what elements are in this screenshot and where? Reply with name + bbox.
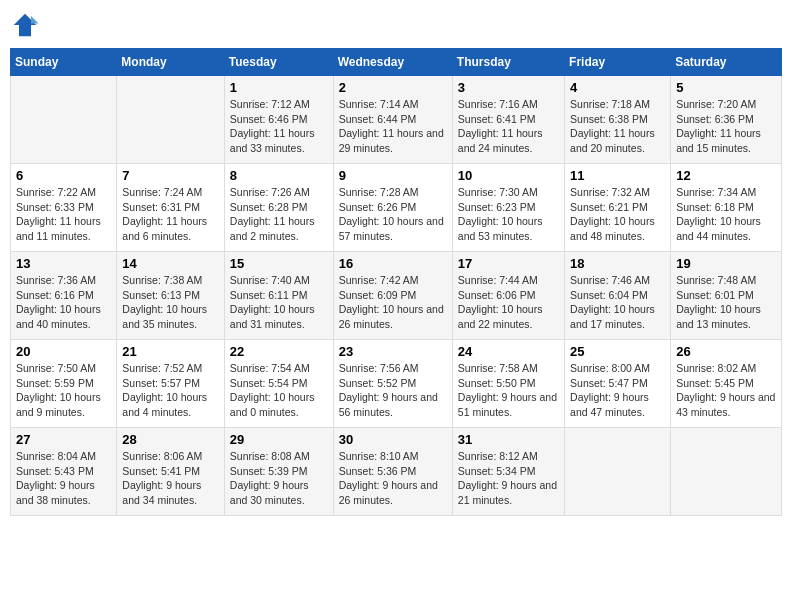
day-number: 1 bbox=[230, 80, 328, 95]
day-number: 24 bbox=[458, 344, 559, 359]
day-cell: 14 Sunrise: 7:38 AMSunset: 6:13 PMDaylig… bbox=[117, 252, 224, 340]
day-cell: 19 Sunrise: 7:48 AMSunset: 6:01 PMDaylig… bbox=[671, 252, 782, 340]
day-cell: 27 Sunrise: 8:04 AMSunset: 5:43 PMDaylig… bbox=[11, 428, 117, 516]
day-info: Sunrise: 8:08 AMSunset: 5:39 PMDaylight:… bbox=[230, 449, 328, 508]
day-number: 23 bbox=[339, 344, 447, 359]
day-info: Sunrise: 8:12 AMSunset: 5:34 PMDaylight:… bbox=[458, 449, 559, 508]
day-cell: 31 Sunrise: 8:12 AMSunset: 5:34 PMDaylig… bbox=[452, 428, 564, 516]
day-cell: 29 Sunrise: 8:08 AMSunset: 5:39 PMDaylig… bbox=[224, 428, 333, 516]
day-number: 22 bbox=[230, 344, 328, 359]
week-row-3: 13 Sunrise: 7:36 AMSunset: 6:16 PMDaylig… bbox=[11, 252, 782, 340]
day-number: 28 bbox=[122, 432, 218, 447]
day-cell: 26 Sunrise: 8:02 AMSunset: 5:45 PMDaylig… bbox=[671, 340, 782, 428]
column-header-tuesday: Tuesday bbox=[224, 49, 333, 76]
day-info: Sunrise: 7:24 AMSunset: 6:31 PMDaylight:… bbox=[122, 185, 218, 244]
logo-icon bbox=[10, 10, 40, 40]
day-number: 25 bbox=[570, 344, 665, 359]
day-info: Sunrise: 7:32 AMSunset: 6:21 PMDaylight:… bbox=[570, 185, 665, 244]
day-cell: 22 Sunrise: 7:54 AMSunset: 5:54 PMDaylig… bbox=[224, 340, 333, 428]
day-info: Sunrise: 7:48 AMSunset: 6:01 PMDaylight:… bbox=[676, 273, 776, 332]
day-number: 12 bbox=[676, 168, 776, 183]
day-cell: 11 Sunrise: 7:32 AMSunset: 6:21 PMDaylig… bbox=[565, 164, 671, 252]
day-info: Sunrise: 7:40 AMSunset: 6:11 PMDaylight:… bbox=[230, 273, 328, 332]
day-number: 19 bbox=[676, 256, 776, 271]
day-cell: 21 Sunrise: 7:52 AMSunset: 5:57 PMDaylig… bbox=[117, 340, 224, 428]
day-cell: 23 Sunrise: 7:56 AMSunset: 5:52 PMDaylig… bbox=[333, 340, 452, 428]
day-cell: 17 Sunrise: 7:44 AMSunset: 6:06 PMDaylig… bbox=[452, 252, 564, 340]
day-info: Sunrise: 7:20 AMSunset: 6:36 PMDaylight:… bbox=[676, 97, 776, 156]
day-number: 20 bbox=[16, 344, 111, 359]
week-row-1: 1 Sunrise: 7:12 AMSunset: 6:46 PMDayligh… bbox=[11, 76, 782, 164]
week-row-2: 6 Sunrise: 7:22 AMSunset: 6:33 PMDayligh… bbox=[11, 164, 782, 252]
day-info: Sunrise: 7:30 AMSunset: 6:23 PMDaylight:… bbox=[458, 185, 559, 244]
day-cell: 24 Sunrise: 7:58 AMSunset: 5:50 PMDaylig… bbox=[452, 340, 564, 428]
day-info: Sunrise: 8:04 AMSunset: 5:43 PMDaylight:… bbox=[16, 449, 111, 508]
day-cell: 16 Sunrise: 7:42 AMSunset: 6:09 PMDaylig… bbox=[333, 252, 452, 340]
svg-marker-0 bbox=[14, 14, 37, 37]
day-cell: 28 Sunrise: 8:06 AMSunset: 5:41 PMDaylig… bbox=[117, 428, 224, 516]
day-info: Sunrise: 7:54 AMSunset: 5:54 PMDaylight:… bbox=[230, 361, 328, 420]
day-info: Sunrise: 7:18 AMSunset: 6:38 PMDaylight:… bbox=[570, 97, 665, 156]
day-info: Sunrise: 7:14 AMSunset: 6:44 PMDaylight:… bbox=[339, 97, 447, 156]
calendar-header-row: SundayMondayTuesdayWednesdayThursdayFrid… bbox=[11, 49, 782, 76]
logo bbox=[10, 10, 44, 40]
day-cell: 20 Sunrise: 7:50 AMSunset: 5:59 PMDaylig… bbox=[11, 340, 117, 428]
day-info: Sunrise: 7:46 AMSunset: 6:04 PMDaylight:… bbox=[570, 273, 665, 332]
page-header bbox=[10, 10, 782, 40]
day-info: Sunrise: 8:06 AMSunset: 5:41 PMDaylight:… bbox=[122, 449, 218, 508]
day-info: Sunrise: 7:56 AMSunset: 5:52 PMDaylight:… bbox=[339, 361, 447, 420]
day-cell: 3 Sunrise: 7:16 AMSunset: 6:41 PMDayligh… bbox=[452, 76, 564, 164]
day-cell bbox=[565, 428, 671, 516]
day-number: 15 bbox=[230, 256, 328, 271]
day-cell: 9 Sunrise: 7:28 AMSunset: 6:26 PMDayligh… bbox=[333, 164, 452, 252]
calendar-table: SundayMondayTuesdayWednesdayThursdayFrid… bbox=[10, 48, 782, 516]
day-number: 2 bbox=[339, 80, 447, 95]
week-row-5: 27 Sunrise: 8:04 AMSunset: 5:43 PMDaylig… bbox=[11, 428, 782, 516]
day-number: 11 bbox=[570, 168, 665, 183]
day-cell bbox=[671, 428, 782, 516]
day-cell: 6 Sunrise: 7:22 AMSunset: 6:33 PMDayligh… bbox=[11, 164, 117, 252]
day-number: 8 bbox=[230, 168, 328, 183]
day-info: Sunrise: 8:02 AMSunset: 5:45 PMDaylight:… bbox=[676, 361, 776, 420]
day-cell: 30 Sunrise: 8:10 AMSunset: 5:36 PMDaylig… bbox=[333, 428, 452, 516]
day-number: 30 bbox=[339, 432, 447, 447]
day-number: 6 bbox=[16, 168, 111, 183]
day-info: Sunrise: 7:42 AMSunset: 6:09 PMDaylight:… bbox=[339, 273, 447, 332]
day-cell bbox=[11, 76, 117, 164]
day-number: 4 bbox=[570, 80, 665, 95]
day-number: 7 bbox=[122, 168, 218, 183]
day-info: Sunrise: 7:38 AMSunset: 6:13 PMDaylight:… bbox=[122, 273, 218, 332]
column-header-friday: Friday bbox=[565, 49, 671, 76]
day-number: 29 bbox=[230, 432, 328, 447]
day-info: Sunrise: 7:16 AMSunset: 6:41 PMDaylight:… bbox=[458, 97, 559, 156]
column-header-saturday: Saturday bbox=[671, 49, 782, 76]
day-cell: 1 Sunrise: 7:12 AMSunset: 6:46 PMDayligh… bbox=[224, 76, 333, 164]
day-cell: 25 Sunrise: 8:00 AMSunset: 5:47 PMDaylig… bbox=[565, 340, 671, 428]
day-number: 26 bbox=[676, 344, 776, 359]
day-number: 31 bbox=[458, 432, 559, 447]
day-cell: 13 Sunrise: 7:36 AMSunset: 6:16 PMDaylig… bbox=[11, 252, 117, 340]
day-info: Sunrise: 7:50 AMSunset: 5:59 PMDaylight:… bbox=[16, 361, 111, 420]
day-cell: 18 Sunrise: 7:46 AMSunset: 6:04 PMDaylig… bbox=[565, 252, 671, 340]
day-cell: 7 Sunrise: 7:24 AMSunset: 6:31 PMDayligh… bbox=[117, 164, 224, 252]
day-info: Sunrise: 7:34 AMSunset: 6:18 PMDaylight:… bbox=[676, 185, 776, 244]
day-cell: 2 Sunrise: 7:14 AMSunset: 6:44 PMDayligh… bbox=[333, 76, 452, 164]
day-cell: 4 Sunrise: 7:18 AMSunset: 6:38 PMDayligh… bbox=[565, 76, 671, 164]
day-info: Sunrise: 7:58 AMSunset: 5:50 PMDaylight:… bbox=[458, 361, 559, 420]
day-number: 27 bbox=[16, 432, 111, 447]
day-info: Sunrise: 7:28 AMSunset: 6:26 PMDaylight:… bbox=[339, 185, 447, 244]
day-number: 16 bbox=[339, 256, 447, 271]
day-number: 21 bbox=[122, 344, 218, 359]
column-header-thursday: Thursday bbox=[452, 49, 564, 76]
day-cell: 15 Sunrise: 7:40 AMSunset: 6:11 PMDaylig… bbox=[224, 252, 333, 340]
day-number: 10 bbox=[458, 168, 559, 183]
day-number: 14 bbox=[122, 256, 218, 271]
day-info: Sunrise: 7:22 AMSunset: 6:33 PMDaylight:… bbox=[16, 185, 111, 244]
day-cell bbox=[117, 76, 224, 164]
day-info: Sunrise: 7:36 AMSunset: 6:16 PMDaylight:… bbox=[16, 273, 111, 332]
week-row-4: 20 Sunrise: 7:50 AMSunset: 5:59 PMDaylig… bbox=[11, 340, 782, 428]
day-info: Sunrise: 7:12 AMSunset: 6:46 PMDaylight:… bbox=[230, 97, 328, 156]
day-number: 18 bbox=[570, 256, 665, 271]
day-number: 9 bbox=[339, 168, 447, 183]
day-info: Sunrise: 8:10 AMSunset: 5:36 PMDaylight:… bbox=[339, 449, 447, 508]
